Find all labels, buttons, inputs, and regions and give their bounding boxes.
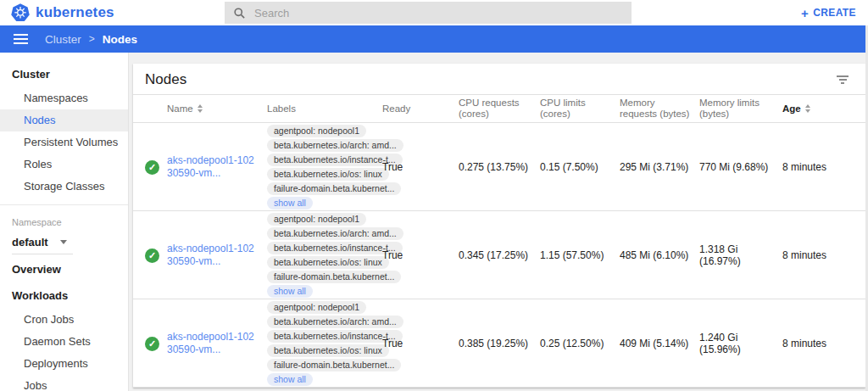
search-input[interactable] [254,7,623,20]
memory-limits-cell: 770 Mi (9.68%) [699,161,782,173]
cpu-limits-cell: 0.25 (12.50%) [540,338,620,349]
sidebar-item-storage-classes[interactable]: Storage Classes [0,176,128,198]
table-row: ✓ aks-nodepool1-10230590-vm... agentpool… [133,299,865,388]
table-row: ✓ aks-nodepool1-10230590-vm... agentpool… [133,211,865,299]
sidebar-section-workloads[interactable]: Workloads [0,282,128,309]
breadcrumb-bar: Cluster > Nodes [0,25,868,53]
age-cell: 8 minutes [782,249,854,261]
breadcrumb-separator: > [89,33,95,45]
label-chip: failure-domain.beta.kubernet... [267,182,401,195]
labels-cell: agentpool: nodepool1 beta.kubernetes.io/… [267,211,382,299]
node-name-link[interactable]: aks-nodepool1-10230590-vm... [167,243,267,268]
show-all-button[interactable]: show all [267,373,313,386]
column-header-cpu-requests: CPU requests (cores) [459,98,540,120]
age-cell: 8 minutes [782,338,854,349]
namespace-selected-value: default [12,236,48,249]
table-row: ✓ aks-nodepool1-10230590-vm... agentpool… [133,123,865,211]
sidebar-item-cron-jobs[interactable]: Cron Jobs [0,309,128,331]
cpu-requests-cell: 0.385 (19.25%) [459,338,540,349]
sidebar: Cluster Namespaces Nodes Persistent Volu… [0,53,129,391]
show-all-button[interactable]: show all [267,197,313,209]
breadcrumb-current: Nodes [103,33,137,46]
sidebar-item-nodes[interactable]: Nodes [0,109,128,131]
search-icon [233,7,246,20]
labels-cell: agentpool: nodepool1 beta.kubernetes.io/… [267,123,382,211]
label-chip: beta.kubernetes.io/arch: amd... [267,227,403,240]
status-ok-icon: ✓ [145,337,159,351]
column-header-name[interactable]: Name [167,103,267,115]
node-name-link[interactable]: aks-nodepool1-10230590-vm... [167,154,267,180]
label-chip: agentpool: nodepool1 [267,301,366,314]
column-header-memory-limits: Memory limits (bytes) [699,98,782,120]
ready-cell: True [382,161,459,173]
age-cell: 8 minutes [782,161,854,173]
ready-cell: True [382,249,459,261]
namespace-select[interactable]: default [12,232,73,254]
column-header-cpu-limits: CPU limits (cores) [540,98,620,120]
chevron-down-icon [60,240,67,244]
ready-cell: True [382,338,459,349]
app-header: kubernetes + CREATE [0,0,868,25]
column-header-age[interactable]: Age [782,103,854,115]
node-name-link[interactable]: aks-nodepool1-10230590-vm... [167,331,267,356]
status-ok-icon: ✓ [145,160,159,175]
label-chip: beta.kubernetes.io/arch: amd... [267,316,403,328]
sidebar-item-deployments[interactable]: Deployments [0,353,128,375]
sidebar-item-jobs[interactable]: Jobs [0,375,128,391]
nodes-card: Nodes Name Labels Ready CPU requests (co… [133,64,865,388]
memory-limits-cell: 1.318 Gi (16.97%) [699,243,782,267]
label-chip: beta.kubernetes.io/os: linux [267,344,389,357]
logo-text: kubernetes [36,4,114,21]
cpu-requests-cell: 0.275 (13.75%) [459,161,540,173]
card-title: Nodes [145,71,186,88]
sort-icon [805,104,810,113]
sidebar-section-cluster[interactable]: Cluster [0,61,128,87]
column-header-labels: Labels [267,103,382,115]
sort-icon [198,104,203,113]
namespace-label: Namespace [0,212,128,229]
kubernetes-logo[interactable]: kubernetes [0,3,114,22]
menu-hamburger-icon[interactable] [12,31,30,47]
sidebar-item-daemon-sets[interactable]: Daemon Sets [0,331,128,353]
sidebar-item-overview[interactable]: Overview [0,256,128,282]
cpu-limits-cell: 0.15 (7.50%) [540,161,620,173]
sidebar-item-persistent-volumes[interactable]: Persistent Volumes [0,131,128,154]
breadcrumb: Cluster > Nodes [45,33,137,46]
plus-icon: + [801,6,809,20]
memory-limits-cell: 1.240 Gi (15.96%) [699,332,782,355]
memory-requests-cell: 485 Mi (6.10%) [620,249,699,261]
label-chip: beta.kubernetes.io/os: linux [267,168,389,181]
memory-requests-cell: 409 Mi (5.14%) [620,338,699,349]
label-chip: failure-domain.beta.kubernet... [267,359,401,371]
kubernetes-logo-icon [11,3,30,22]
sidebar-item-namespaces[interactable]: Namespaces [0,87,128,109]
filter-icon[interactable] [833,72,852,87]
show-all-button[interactable]: show all [267,285,313,298]
create-button[interactable]: + CREATE [801,0,856,25]
search-bar[interactable] [225,2,632,24]
column-header-ready: Ready [382,103,459,115]
label-chip: failure-domain.beta.kubernet... [267,271,401,283]
labels-cell: agentpool: nodepool1 beta.kubernetes.io/… [267,299,382,388]
label-chip: agentpool: nodepool1 [267,125,366,137]
column-header-memory-requests: Memory requests (bytes) [620,98,699,120]
cpu-limits-cell: 1.15 (57.50%) [540,249,620,261]
breadcrumb-parent[interactable]: Cluster [45,33,81,46]
sidebar-item-roles[interactable]: Roles [0,154,128,176]
cpu-requests-cell: 0.345 (17.25%) [459,249,540,261]
label-chip: agentpool: nodepool1 [267,213,366,226]
main-content: Nodes Name Labels Ready CPU requests (co… [129,53,868,391]
create-button-label: CREATE [813,7,856,19]
status-ok-icon: ✓ [145,249,159,263]
table-header-row: Name Labels Ready CPU requests (cores) C… [133,95,865,123]
sidebar-divider [0,204,128,205]
label-chip: beta.kubernetes.io/arch: amd... [267,139,403,152]
memory-requests-cell: 295 Mi (3.71%) [620,161,699,173]
label-chip: beta.kubernetes.io/os: linux [267,256,389,269]
